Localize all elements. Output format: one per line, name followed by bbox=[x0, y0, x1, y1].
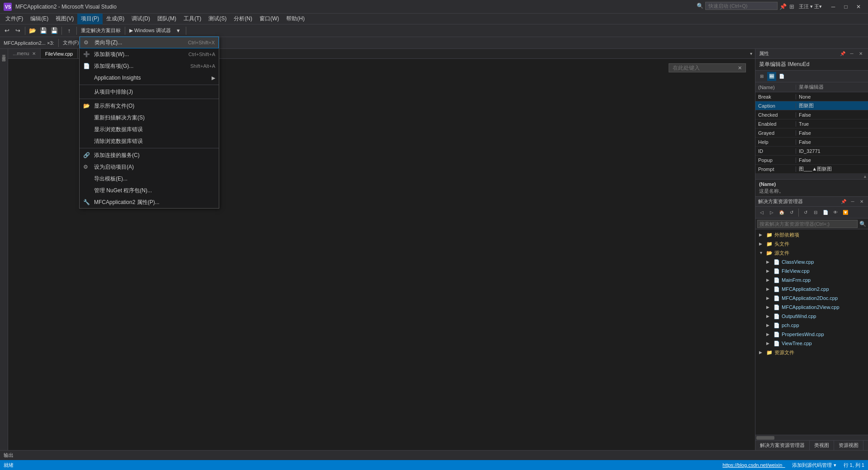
toolbar-redo[interactable]: ↪ bbox=[13, 26, 23, 36]
editor-search-input[interactable] bbox=[673, 65, 736, 71]
prop-row-caption[interactable]: Caption 图躯图 bbox=[755, 101, 868, 110]
tree-item-mfcapp2[interactable]: ▶ 📄 MFCApplication2.cpp bbox=[755, 285, 868, 294]
menu-team[interactable]: 团队(M) bbox=[154, 14, 180, 24]
prop-row-checked[interactable]: Checked False bbox=[755, 110, 868, 119]
pin-icon[interactable]: 📌 bbox=[779, 3, 787, 10]
menu-edit[interactable]: 编辑(E) bbox=[27, 14, 52, 24]
sol-properties-btn[interactable]: 📄 bbox=[821, 208, 830, 217]
tree-item-pch[interactable]: ▶ 📄 pch.cpp bbox=[755, 321, 868, 330]
vert-icon-1[interactable]: 工具箱 bbox=[0, 51, 8, 52]
tree-item-propwnd[interactable]: ▶ 📄 PropertiesWnd.cpp bbox=[755, 330, 868, 339]
status-url[interactable]: https://blog.csdn.net/weixin_ bbox=[722, 462, 785, 468]
prop-row-grayed[interactable]: Grayed False bbox=[755, 128, 868, 138]
sol-collapse-btn[interactable]: ⊟ bbox=[811, 208, 820, 217]
sol-forward-btn[interactable]: ▷ bbox=[767, 208, 776, 217]
menu-analyze[interactable]: 分析(N) bbox=[230, 14, 256, 24]
status-source-control[interactable]: 添加到源代码管理 ▾ bbox=[792, 462, 836, 469]
close-button[interactable]: ✕ bbox=[853, 2, 864, 12]
tab-menu-close[interactable]: ✕ bbox=[32, 51, 36, 56]
toolbar-save[interactable]: 💾 bbox=[38, 26, 48, 36]
menu-debug[interactable]: 调试(D) bbox=[128, 14, 154, 24]
sol-sync-btn[interactable]: ↺ bbox=[787, 208, 796, 217]
toolbar-saveall[interactable]: 💾 bbox=[49, 26, 59, 36]
ctx-item-show-browser-errors[interactable]: 显示浏览数据库错误 bbox=[80, 123, 219, 135]
tree-item-sourcefiles[interactable]: ▼ 📂 源文件 bbox=[755, 248, 868, 257]
tab-menu[interactable]: ...menu ✕ bbox=[8, 49, 41, 58]
menu-file[interactable]: 文件(F) bbox=[2, 14, 27, 24]
sol-filter-btn[interactable]: 🔽 bbox=[841, 208, 850, 217]
solution-hscroll[interactable] bbox=[755, 435, 868, 440]
sol-refresh-btn[interactable]: ↺ bbox=[801, 208, 810, 217]
sol-preview-btn[interactable]: 👁 bbox=[831, 208, 840, 217]
ctx-item-rescan[interactable]: 重新扫描解决方案(S) bbox=[80, 112, 219, 123]
prop-row-break[interactable]: Break None bbox=[755, 92, 868, 101]
menu-view[interactable]: 视图(V) bbox=[52, 14, 77, 24]
prop-row-id[interactable]: ID ID_32771 bbox=[755, 147, 868, 156]
menu-window[interactable]: 窗口(W) bbox=[256, 14, 283, 24]
tree-item-mainfrm[interactable]: ▶ 📄 MainFrm.cpp bbox=[755, 275, 868, 285]
tree-item-fileview[interactable]: ▶ 📄 FileView.cpp bbox=[755, 266, 868, 275]
tree-item-viewtree[interactable]: ▶ 📄 ViewTree.cpp bbox=[755, 339, 868, 348]
sol-back-btn[interactable]: ◁ bbox=[757, 208, 766, 217]
ctx-item-app-insights[interactable]: Application Insights ▶ bbox=[80, 72, 219, 84]
menu-build[interactable]: 生成(B) bbox=[103, 14, 128, 24]
ctx-item-manage-nuget[interactable]: 管理 NuGet 程序包(N)... bbox=[80, 185, 219, 196]
ctx-item-properties[interactable]: 🔧 MFCApplication2 属性(P)... bbox=[80, 196, 219, 208]
prop-row-enabled[interactable]: Enabled True bbox=[755, 119, 868, 128]
tree-item-classview[interactable]: ▶ 📄 ClassView.cpp bbox=[755, 257, 868, 266]
menu-help[interactable]: 帮助(H) bbox=[283, 14, 308, 24]
quick-launch-input[interactable] bbox=[705, 2, 778, 10]
toolbar-debug-dropdown[interactable]: ▾ bbox=[174, 26, 184, 36]
tree-item-resources[interactable]: ▶ 📁 资源文件 bbox=[755, 348, 868, 357]
ctx-item-class-wizard[interactable]: ⚙ 类向导(Z)... Ctrl+Shift+X bbox=[80, 37, 219, 48]
prop-row-prompt[interactable]: Prompt 图___▲图躯图 bbox=[755, 165, 868, 174]
tab-fileview[interactable]: FileView.cpp bbox=[41, 49, 78, 58]
prop-sort-alpha-btn[interactable]: 🔤 bbox=[767, 72, 776, 81]
tree-item-external-deps[interactable]: ▶ 📁 外部依赖项 bbox=[755, 230, 868, 239]
search-close-icon[interactable]: ✕ bbox=[738, 65, 742, 71]
dock-icon[interactable]: ⊞ bbox=[789, 3, 794, 10]
sol-close-icon[interactable]: ✕ bbox=[858, 198, 865, 205]
toolbar-up[interactable]: ↑ bbox=[64, 26, 74, 36]
sol-tab-solution-explorer[interactable]: 解决方案资源管理器 bbox=[755, 441, 810, 451]
ctx-item-set-startup[interactable]: ⚙ 设为启动项目(A) bbox=[80, 161, 219, 173]
prop-pin-icon[interactable]: 📌 bbox=[839, 50, 846, 57]
menu-project[interactable]: 项目(P) bbox=[77, 14, 103, 24]
sol-home-btn[interactable]: 🏠 bbox=[777, 208, 786, 217]
menu-test[interactable]: 测试(S) bbox=[205, 14, 230, 24]
ctx-item-clear-browser-errors[interactable]: 清除浏览数据库错误 bbox=[80, 135, 219, 147]
tab-dropdown[interactable]: ▾ bbox=[747, 49, 755, 58]
toolbar-open[interactable]: 📂 bbox=[28, 26, 38, 36]
prop-property-pages-btn[interactable]: 📄 bbox=[777, 72, 786, 81]
vert-icon-2[interactable]: 服务器 bbox=[0, 53, 8, 55]
ctx-item-export-template[interactable]: 导出模板(E)... bbox=[80, 173, 219, 185]
ctx-item-exclude[interactable]: 从项目中排除(J) bbox=[80, 86, 219, 98]
tree-item-mfcapp2doc[interactable]: ▶ 📄 MFCApplication2Doc.cpp bbox=[755, 294, 868, 303]
user-label[interactable]: 王汪 ▾ 王▾ bbox=[799, 3, 822, 10]
ctx-item-add-new[interactable]: ➕ 添加新项(W)... Ctrl+Shift+A bbox=[80, 48, 219, 60]
minimize-button[interactable]: ─ bbox=[827, 2, 839, 12]
ctx-item-add-existing[interactable]: 📄 添加现有项(G)... Shift+Alt+A bbox=[80, 60, 219, 72]
sol-auto-hide-icon[interactable]: ─ bbox=[849, 198, 856, 205]
sol-pin-icon[interactable]: 📌 bbox=[840, 198, 847, 205]
sol-tab-resource-view[interactable]: 资源视图 bbox=[834, 441, 863, 451]
prop-auto-hide-icon[interactable]: ─ bbox=[848, 50, 855, 57]
toolbar-debug-target[interactable]: ▶ Windows 调试器 bbox=[127, 27, 173, 34]
restore-button[interactable]: □ bbox=[840, 2, 852, 12]
tree-item-headers[interactable]: ▶ 📁 头文件 bbox=[755, 239, 868, 248]
ctx-item-show-all-files[interactable]: 📂 显示所有文件(O) bbox=[80, 100, 219, 112]
prop-row-help[interactable]: Help False bbox=[755, 138, 868, 147]
menu-tools[interactable]: 工具(T) bbox=[180, 14, 205, 24]
toolbar-retarget-label[interactable]: 重定解决方案目标 bbox=[79, 27, 123, 34]
prop-row-popup[interactable]: Popup False bbox=[755, 156, 868, 165]
solution-search-input[interactable] bbox=[757, 220, 858, 228]
output-tab[interactable]: 输出 bbox=[4, 452, 14, 459]
tree-item-outputwnd[interactable]: ▶ 📄 OutputWnd.cpp bbox=[755, 312, 868, 321]
sol-search-icon[interactable]: 🔍 bbox=[859, 221, 866, 227]
hscroll-thumb[interactable] bbox=[756, 436, 774, 440]
ctx-item-add-connected[interactable]: 🔗 添加连接的服务(C) bbox=[80, 149, 219, 161]
sol-tab-class-view[interactable]: 类视图 bbox=[810, 441, 834, 451]
prop-sort-category-btn[interactable]: ⊞ bbox=[757, 72, 766, 81]
prop-close-icon[interactable]: ✕ bbox=[857, 50, 864, 57]
toolbar-undo[interactable]: ↩ bbox=[2, 26, 12, 36]
